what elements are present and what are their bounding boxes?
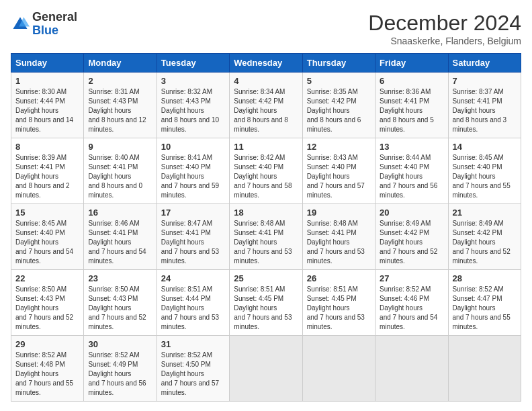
day-number: 10 [161, 142, 225, 152]
calendar-week-2: 8 Sunrise: 8:39 AMSunset: 4:41 PMDayligh… [11, 138, 521, 204]
day-number: 1 [15, 76, 79, 86]
day-number: 17 [161, 208, 225, 218]
day-detail: Sunrise: 8:47 AMSunset: 4:41 PMDaylight … [161, 220, 219, 265]
day-detail: Sunrise: 8:35 AMSunset: 4:42 PMDaylight … [307, 88, 361, 133]
calendar-cell: 30 Sunrise: 8:52 AMSunset: 4:49 PMDaylig… [84, 336, 157, 402]
calendar-cell: 22 Sunrise: 8:50 AMSunset: 4:43 PMDaylig… [11, 270, 84, 336]
calendar-cell: 4 Sunrise: 8:34 AMSunset: 4:42 PMDayligh… [230, 73, 302, 138]
calendar-cell: 9 Sunrise: 8:40 AMSunset: 4:41 PMDayligh… [84, 138, 157, 204]
calendar-cell [230, 336, 302, 402]
weekday-header-saturday: Saturday [448, 54, 521, 73]
month-title: December 2024 [368, 11, 521, 36]
logo-icon [11, 15, 30, 34]
day-detail: Sunrise: 8:50 AMSunset: 4:43 PMDaylight … [15, 285, 73, 330]
calendar-cell: 18 Sunrise: 8:48 AMSunset: 4:41 PMDaylig… [230, 204, 302, 270]
day-detail: Sunrise: 8:50 AMSunset: 4:43 PMDaylight … [88, 285, 146, 330]
calendar-cell: 8 Sunrise: 8:39 AMSunset: 4:41 PMDayligh… [11, 138, 84, 204]
day-number: 5 [307, 76, 371, 86]
day-detail: Sunrise: 8:37 AMSunset: 4:41 PMDaylight … [453, 88, 507, 133]
weekday-header-wednesday: Wednesday [230, 54, 302, 73]
day-number: 30 [88, 339, 152, 349]
weekday-header-friday: Friday [375, 54, 448, 73]
calendar-cell: 28 Sunrise: 8:52 AMSunset: 4:47 PMDaylig… [448, 270, 521, 336]
day-detail: Sunrise: 8:52 AMSunset: 4:47 PMDaylight … [453, 285, 511, 330]
day-detail: Sunrise: 8:30 AMSunset: 4:44 PMDaylight … [15, 88, 73, 133]
calendar-cell [375, 336, 448, 402]
day-number: 23 [88, 273, 152, 283]
day-detail: Sunrise: 8:43 AMSunset: 4:40 PMDaylight … [307, 154, 365, 199]
day-number: 7 [453, 76, 517, 86]
day-detail: Sunrise: 8:45 AMSunset: 4:40 PMDaylight … [453, 154, 511, 199]
day-detail: Sunrise: 8:52 AMSunset: 4:50 PMDaylight … [161, 351, 219, 396]
day-detail: Sunrise: 8:42 AMSunset: 4:40 PMDaylight … [234, 154, 292, 199]
day-detail: Sunrise: 8:31 AMSunset: 4:43 PMDaylight … [88, 88, 146, 133]
calendar-cell: 26 Sunrise: 8:51 AMSunset: 4:45 PMDaylig… [302, 270, 375, 336]
calendar-cell: 3 Sunrise: 8:32 AMSunset: 4:43 PMDayligh… [157, 73, 229, 138]
calendar-cell: 16 Sunrise: 8:46 AMSunset: 4:41 PMDaylig… [84, 204, 157, 270]
day-number: 29 [15, 339, 79, 349]
day-number: 3 [161, 76, 225, 86]
day-detail: Sunrise: 8:51 AMSunset: 4:45 PMDaylight … [234, 285, 292, 330]
day-number: 31 [161, 339, 225, 349]
calendar-table: SundayMondayTuesdayWednesdayThursdayFrid… [11, 53, 521, 402]
calendar-cell: 13 Sunrise: 8:44 AMSunset: 4:40 PMDaylig… [375, 138, 448, 204]
calendar-cell: 31 Sunrise: 8:52 AMSunset: 4:50 PMDaylig… [157, 336, 229, 402]
day-number: 12 [307, 142, 371, 152]
calendar-cell: 25 Sunrise: 8:51 AMSunset: 4:45 PMDaylig… [230, 270, 302, 336]
calendar-cell: 14 Sunrise: 8:45 AMSunset: 4:40 PMDaylig… [448, 138, 521, 204]
calendar-cell: 19 Sunrise: 8:48 AMSunset: 4:41 PMDaylig… [302, 204, 375, 270]
day-number: 18 [234, 208, 298, 218]
calendar-cell: 11 Sunrise: 8:42 AMSunset: 4:40 PMDaylig… [230, 138, 302, 204]
calendar-cell: 17 Sunrise: 8:47 AMSunset: 4:41 PMDaylig… [157, 204, 229, 270]
day-number: 8 [15, 142, 79, 152]
calendar-cell: 12 Sunrise: 8:43 AMSunset: 4:40 PMDaylig… [302, 138, 375, 204]
day-detail: Sunrise: 8:52 AMSunset: 4:48 PMDaylight … [15, 351, 73, 396]
logo-line1: General [32, 11, 77, 24]
day-detail: Sunrise: 8:34 AMSunset: 4:42 PMDaylight … [234, 88, 288, 133]
day-number: 9 [88, 142, 152, 152]
day-detail: Sunrise: 8:51 AMSunset: 4:44 PMDaylight … [161, 285, 219, 330]
day-detail: Sunrise: 8:32 AMSunset: 4:43 PMDaylight … [161, 88, 219, 133]
weekday-header-tuesday: Tuesday [157, 54, 229, 73]
day-number: 25 [234, 273, 298, 283]
calendar-cell: 24 Sunrise: 8:51 AMSunset: 4:44 PMDaylig… [157, 270, 229, 336]
title-block: December 2024 Snaaskerke, Flanders, Belg… [368, 11, 521, 46]
day-number: 24 [161, 273, 225, 283]
calendar-cell [302, 336, 375, 402]
calendar-cell: 7 Sunrise: 8:37 AMSunset: 4:41 PMDayligh… [448, 73, 521, 138]
day-detail: Sunrise: 8:48 AMSunset: 4:41 PMDaylight … [307, 220, 365, 265]
day-number: 11 [234, 142, 298, 152]
calendar-cell: 29 Sunrise: 8:52 AMSunset: 4:48 PMDaylig… [11, 336, 84, 402]
day-number: 20 [380, 208, 443, 218]
calendar-cell: 6 Sunrise: 8:36 AMSunset: 4:41 PMDayligh… [375, 73, 448, 138]
day-detail: Sunrise: 8:45 AMSunset: 4:40 PMDaylight … [15, 220, 73, 265]
calendar-cell [448, 336, 521, 402]
calendar-cell: 10 Sunrise: 8:41 AMSunset: 4:40 PMDaylig… [157, 138, 229, 204]
day-detail: Sunrise: 8:52 AMSunset: 4:46 PMDaylight … [380, 285, 437, 330]
day-detail: Sunrise: 8:49 AMSunset: 4:42 PMDaylight … [380, 220, 437, 265]
calendar-week-3: 15 Sunrise: 8:45 AMSunset: 4:40 PMDaylig… [11, 204, 521, 270]
weekday-header-thursday: Thursday [302, 54, 375, 73]
day-detail: Sunrise: 8:41 AMSunset: 4:40 PMDaylight … [161, 154, 219, 199]
page-header: General Blue December 2024 Snaaskerke, F… [11, 11, 521, 46]
day-number: 6 [380, 76, 443, 86]
logo-line2: Blue [32, 24, 77, 38]
day-detail: Sunrise: 8:46 AMSunset: 4:41 PMDaylight … [88, 220, 146, 265]
day-detail: Sunrise: 8:48 AMSunset: 4:41 PMDaylight … [234, 220, 292, 265]
day-detail: Sunrise: 8:44 AMSunset: 4:40 PMDaylight … [380, 154, 437, 199]
location-subtitle: Snaaskerke, Flanders, Belgium [368, 36, 521, 46]
calendar-week-1: 1 Sunrise: 8:30 AMSunset: 4:44 PMDayligh… [11, 73, 521, 138]
day-number: 2 [88, 76, 152, 86]
day-number: 22 [15, 273, 79, 283]
day-detail: Sunrise: 8:51 AMSunset: 4:45 PMDaylight … [307, 285, 365, 330]
calendar-cell: 27 Sunrise: 8:52 AMSunset: 4:46 PMDaylig… [375, 270, 448, 336]
day-number: 15 [15, 208, 79, 218]
calendar-cell: 20 Sunrise: 8:49 AMSunset: 4:42 PMDaylig… [375, 204, 448, 270]
day-number: 14 [453, 142, 517, 152]
weekday-header-monday: Monday [84, 54, 157, 73]
day-number: 28 [453, 273, 517, 283]
day-detail: Sunrise: 8:49 AMSunset: 4:42 PMDaylight … [453, 220, 511, 265]
day-number: 16 [88, 208, 152, 218]
calendar-cell: 15 Sunrise: 8:45 AMSunset: 4:40 PMDaylig… [11, 204, 84, 270]
day-number: 27 [380, 273, 443, 283]
